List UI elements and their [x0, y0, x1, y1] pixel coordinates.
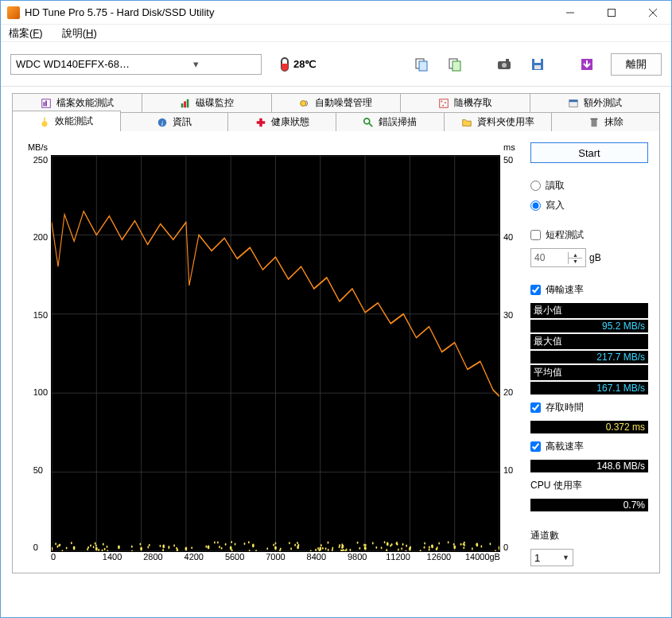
svg-point-95 [149, 544, 150, 546]
short-test-check[interactable]: 短程測試 [530, 228, 648, 242]
menu-help[interactable]: 說明(H) [57, 25, 102, 41]
disk-monitor-icon [180, 98, 191, 109]
svg-point-59 [208, 546, 210, 550]
mode-write-radio[interactable]: 寫入 [530, 199, 648, 212]
tab-benchmark[interactable]: 效能測試 [12, 111, 121, 131]
burst-rate-checkbox[interactable] [530, 441, 541, 452]
svg-point-55 [118, 546, 120, 550]
svg-point-138 [87, 546, 89, 549]
svg-point-149 [365, 547, 367, 550]
svg-point-74 [420, 550, 421, 551]
svg-point-86 [235, 542, 236, 545]
access-time-check[interactable]: 存取時間 [530, 401, 648, 414]
mode-read-radio[interactable]: 讀取 [530, 179, 648, 192]
short-length-unit: gB [589, 252, 601, 263]
svg-point-171 [375, 546, 377, 549]
file-benchmark-icon [41, 98, 52, 109]
menu-file[interactable]: 檔案(F) [4, 25, 48, 41]
copy-text-icon [414, 56, 429, 72]
svg-point-89 [140, 542, 142, 545]
svg-point-176 [95, 544, 97, 546]
start-button[interactable]: Start [530, 142, 648, 163]
svg-point-78 [290, 547, 292, 550]
maximize-button[interactable] [593, 1, 630, 25]
short-length-field[interactable]: ▲▼ [530, 248, 586, 267]
tab-erase[interactable]: 抹除 [552, 112, 660, 131]
svg-point-75 [298, 544, 300, 546]
stat-max-label: 最大值 [530, 334, 648, 349]
write-radio-input[interactable] [530, 200, 541, 211]
svg-point-155 [363, 544, 365, 546]
copy-screenshot-button[interactable] [442, 53, 468, 76]
svg-rect-30 [256, 121, 265, 124]
svg-point-56 [140, 547, 142, 551]
minimize-button[interactable] [552, 1, 588, 25]
svg-point-165 [168, 546, 169, 549]
svg-point-98 [317, 547, 319, 550]
svg-rect-26 [44, 117, 45, 121]
tab-extra-tests[interactable]: 額外測試 [530, 93, 660, 112]
channels-value: 1 [534, 552, 540, 564]
tab-aam[interactable]: 自動噪聲管理 [272, 93, 402, 112]
svg-point-163 [341, 546, 343, 549]
aam-icon [299, 98, 310, 109]
tab-folder-usage[interactable]: 資料夾使用率 [445, 112, 553, 131]
svg-rect-15 [181, 103, 183, 107]
svg-point-20 [441, 100, 443, 102]
drive-select[interactable]: WDC WD140EFFX-68VBXN0 (14000 gB) ▾ [10, 54, 262, 75]
copy-text-button[interactable] [409, 53, 434, 76]
exit-button[interactable]: 離開 [611, 53, 662, 76]
svg-point-142 [107, 550, 108, 551]
svg-point-96 [131, 550, 133, 551]
svg-point-134 [365, 544, 367, 546]
burst-rate-check[interactable]: 高載速率 [530, 440, 648, 453]
screenshot-button[interactable] [491, 53, 517, 76]
transfer-rate-label: 傳輸速率 [546, 283, 584, 297]
svg-rect-0 [608, 9, 616, 16]
read-label: 讀取 [546, 179, 565, 192]
cpu-usage-label: CPU 使用率 [530, 479, 648, 492]
svg-point-190 [406, 550, 407, 551]
svg-point-57 [162, 545, 165, 549]
svg-point-181 [248, 541, 250, 543]
app-window: HD Tune Pro 5.75 - Hard Disk/SSD Utility… [0, 0, 672, 618]
tab-health[interactable]: 健康狀態 [228, 112, 336, 131]
tab-file-benchmark[interactable]: 檔案效能測試 [12, 93, 142, 112]
health-icon [255, 117, 266, 128]
tab-disk-monitor[interactable]: 磁碟監控 [142, 93, 272, 112]
svg-line-32 [369, 122, 372, 126]
tab-info[interactable]: i資訊 [121, 112, 229, 131]
svg-rect-13 [43, 102, 45, 106]
svg-point-93 [273, 543, 274, 546]
svg-rect-19 [440, 99, 449, 107]
read-radio-input[interactable] [530, 181, 541, 191]
svg-point-132 [162, 549, 164, 551]
svg-point-31 [364, 118, 370, 123]
short-test-label: 短程測試 [546, 228, 584, 242]
svg-point-117 [398, 548, 399, 550]
spin-arrows[interactable]: ▲▼ [568, 252, 582, 264]
temperature-value: 28℃ [293, 58, 317, 70]
stat-burst-value: 148.6 MB/s [530, 460, 648, 472]
channels-select[interactable]: 1 ▼ [530, 549, 573, 566]
svg-rect-2 [419, 61, 427, 71]
tab-label: 檔案效能測試 [56, 96, 114, 110]
svg-point-146 [217, 541, 219, 543]
transfer-rate-checkbox[interactable] [530, 285, 541, 295]
transfer-rate-check[interactable]: 傳輸速率 [530, 283, 648, 297]
tab-error-scan[interactable]: 錯誤掃描 [336, 112, 445, 131]
svg-point-178 [406, 545, 407, 547]
save-result-button[interactable] [525, 53, 550, 76]
short-length-input[interactable] [531, 252, 568, 263]
svg-point-180 [424, 542, 425, 544]
svg-point-184 [205, 546, 207, 548]
short-test-checkbox[interactable] [530, 230, 541, 240]
y-axis-right: ms 50403020100 [500, 142, 519, 566]
svg-point-186 [341, 543, 343, 546]
close-button[interactable] [635, 1, 671, 25]
tab-random-access[interactable]: 隨機存取 [401, 93, 530, 112]
load-result-button[interactable] [574, 53, 600, 76]
access-time-checkbox[interactable] [530, 402, 541, 413]
svg-point-145 [490, 542, 491, 545]
svg-point-84 [480, 545, 482, 547]
